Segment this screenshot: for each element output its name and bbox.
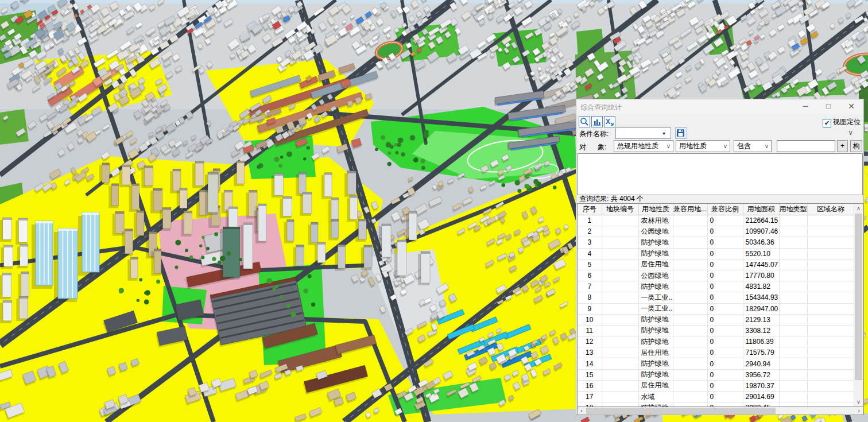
panel-titlebar[interactable]: 综合查询统计 ─ □ ✕: [576, 99, 863, 114]
condition-name-combobox[interactable]: ▼: [615, 127, 671, 139]
scroll-up-icon[interactable]: ∧: [854, 204, 863, 213]
close-button[interactable]: ✕: [843, 99, 860, 113]
table-row[interactable]: 7防护绿地04831.82: [578, 281, 854, 292]
table-row[interactable]: 13居住用地071575.79: [578, 347, 854, 358]
operator-dropdown[interactable]: 包含∨: [734, 140, 772, 152]
keyword-input[interactable]: [777, 140, 835, 152]
expand-chevron-icon[interactable]: ∨: [848, 129, 853, 137]
excel-export-button[interactable]: X: [604, 116, 615, 127]
table-row[interactable]: 12防护绿地011806.39: [578, 336, 854, 347]
table-row[interactable]: 18防护绿地02982.45: [578, 402, 854, 407]
table-row[interactable]: 16居住用地019870.37: [578, 380, 854, 391]
column-header[interactable]: 区域名称: [807, 204, 854, 215]
chevron-down-icon: ∨: [666, 141, 671, 152]
maximize-button[interactable]: □: [820, 99, 837, 113]
table-row[interactable]: 4防护绿地05520.10: [578, 248, 854, 259]
scroll-right-icon[interactable]: ›: [855, 407, 863, 415]
table-row[interactable]: 14防护绿地02940.94: [578, 358, 854, 369]
column-header[interactable]: 序号: [578, 204, 602, 215]
vertical-scroll-thumb[interactable]: [855, 214, 862, 380]
column-header[interactable]: 兼容用地...: [673, 204, 707, 215]
object-type-dropdown[interactable]: 总规用地性质∨: [614, 140, 673, 152]
excel-export-icon: X: [604, 117, 615, 127]
application-window: 综合查询统计 ─ □ ✕ X ✔视图定位 条件名称: ▼ ∨ 对 象: 总规用地…: [0, 0, 868, 422]
bar-chart-icon: [592, 117, 602, 127]
panel-title: 综合查询统计: [580, 103, 622, 113]
column-header[interactable]: 地块编号: [602, 204, 638, 215]
table-row[interactable]: 3防护绿地050346.36: [578, 237, 854, 248]
query-stats-panel: 综合查询统计 ─ □ ✕ X ✔视图定位 条件名称: ▼ ∨ 对 象: 总规用地…: [576, 99, 864, 415]
column-header[interactable]: 用地性质: [638, 204, 673, 215]
minimize-button[interactable]: ─: [797, 99, 814, 113]
search-button[interactable]: [579, 116, 590, 127]
table-row[interactable]: 15防护绿地03956.72: [578, 369, 854, 380]
results-grid: 序号地块编号用地性质兼容用地...兼容比例用地面积用地类型区域名称1农林用地02…: [578, 204, 855, 407]
save-icon: [676, 129, 685, 138]
chevron-down-icon: ∨: [765, 141, 769, 152]
scroll-left-icon[interactable]: ‹: [578, 407, 586, 415]
column-header[interactable]: 用地类型: [779, 204, 807, 215]
table-row[interactable]: 10防护绿地02129.13: [578, 314, 854, 325]
results-table: 序号地块编号用地性质兼容用地...兼容比例用地面积用地类型区域名称1农林用地02…: [577, 203, 863, 407]
dropdown-arrow-icon: ▼: [661, 131, 666, 135]
column-header[interactable]: 兼容比例: [707, 204, 743, 215]
add-condition-button[interactable]: +: [837, 140, 848, 152]
table-row[interactable]: 17水域029014.69: [578, 392, 854, 402]
horizontal-scrollbar[interactable]: ‹ ›: [577, 407, 863, 415]
table-row[interactable]: 11防护绿地03308.12: [578, 325, 854, 336]
table-row[interactable]: 5居住用地0147445.07: [578, 259, 854, 270]
condition-name-label: 条件名称:: [579, 129, 609, 139]
field-dropdown[interactable]: 用地性质∨: [676, 140, 730, 152]
table-row[interactable]: 8一类工业...0154344.93: [578, 292, 854, 303]
vertical-scrollbar[interactable]: ∧ ∨: [854, 204, 863, 406]
view-locate-checkbox[interactable]: ✔: [823, 119, 831, 127]
view-locate-option[interactable]: ✔视图定位: [823, 117, 861, 126]
condition-list[interactable]: [578, 153, 863, 195]
object-label: 对 象:: [579, 142, 606, 152]
save-condition-button[interactable]: [675, 127, 687, 139]
table-row[interactable]: 6公园绿地017770.80: [578, 270, 854, 281]
statistics-button[interactable]: [591, 116, 603, 127]
search-icon: [579, 117, 590, 127]
table-row[interactable]: 2公园绿地0109907.46: [578, 226, 854, 237]
table-row[interactable]: 1农林用地0212664.15: [578, 215, 854, 226]
chevron-down-icon: ∨: [723, 141, 727, 152]
horizontal-scroll-thumb[interactable]: [586, 408, 776, 414]
view-locate-label: 视图定位: [833, 118, 861, 126]
scroll-down-icon[interactable]: ∨: [854, 397, 863, 406]
result-summary: 查询结果: 共 4004 个: [579, 195, 644, 203]
table-row[interactable]: 9一类工业...0182947.00: [578, 303, 854, 314]
column-header[interactable]: 用地面积: [743, 204, 779, 215]
svg-text:X: X: [606, 118, 610, 126]
build-button[interactable]: 构: [850, 140, 862, 152]
